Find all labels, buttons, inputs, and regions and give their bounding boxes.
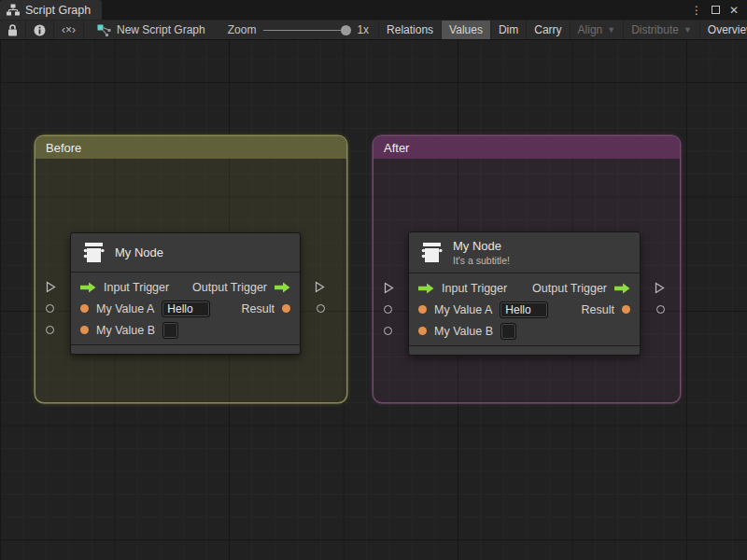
new-script-graph-button[interactable]: New Script Graph [84,21,218,39]
inspect-button[interactable] [26,21,54,39]
value-b-input[interactable] [500,323,516,340]
close-button[interactable]: ✕ [726,3,741,18]
input-trigger-port[interactable]: Input Trigger [418,282,507,295]
edit-code-button[interactable]: ‹×› [54,21,84,39]
distribute-label: Distribute [631,23,679,36]
zoom-value: 1x [357,23,369,36]
align-label: Align [578,23,603,36]
trigger-arrow-icon [418,283,434,294]
zoom-label: Zoom [228,23,257,36]
value-b-port-row: My Value B [71,320,300,340]
value-b-label: My Value B [96,324,155,337]
unit-node-icon [82,242,106,263]
output-trigger-outer-port[interactable] [315,281,325,293]
value-a-label: My Value A [434,303,492,316]
relations-toggle[interactable]: Relations [378,21,442,39]
maximize-button[interactable] [708,3,723,18]
node-title: My Node [453,239,510,253]
value-port-icon [80,326,89,334]
toolbar-toggles: Relations Values Dim Carry Align ▼ Distr… [378,21,747,39]
result-port[interactable]: Result [582,303,630,316]
value-a-port-row: My Value A Result [71,299,300,318]
value-port-icon [282,304,290,313]
align-dropdown: Align ▼ [571,21,625,39]
output-trigger-port[interactable]: Output Trigger [532,282,630,295]
value-b-port[interactable]: My Value B [418,323,516,340]
node-ports: Input Trigger Output Trigger My Value A [71,273,300,344]
zoom-slider[interactable] [263,30,349,31]
input-trigger-port[interactable]: Input Trigger [80,281,169,294]
input-trigger-outer-port[interactable] [46,281,56,293]
value-b-input[interactable] [162,322,178,339]
zoom-control: Zoom 1x [218,21,378,39]
distribute-dropdown: Distribute ▼ [624,21,700,39]
group-before-label: Before [46,141,81,155]
dim-toggle[interactable]: Dim [491,21,527,39]
group-after-header[interactable]: After [374,136,680,159]
unit-node-icon [420,242,444,263]
result-outer-port[interactable] [317,304,325,313]
new-script-graph-label: New Script Graph [117,23,205,36]
overview-button[interactable]: Overview [700,21,747,39]
maximize-icon [712,6,720,14]
value-port-icon [418,305,427,314]
input-trigger-outer-port[interactable] [384,282,394,294]
window-menu-button[interactable]: ⋮ [689,3,704,18]
script-graph-asset-icon [97,24,111,36]
value-a-input[interactable] [500,301,548,318]
node-footer [409,345,640,355]
info-icon [34,24,46,36]
output-trigger-label: Output Trigger [192,281,267,294]
chevron-down-icon: ▼ [684,25,692,35]
graph-toolbar: ‹×› New Script Graph Zoom 1x Relations V… [0,20,747,40]
trigger-arrow-icon [275,282,290,293]
chevron-down-icon: ▼ [607,25,615,35]
node-footer [71,344,300,354]
trigger-port-row: Input Trigger Output Trigger [409,278,640,298]
graph-hierarchy-icon [7,4,20,16]
node-subtitle: It's a subtitle! [453,255,510,266]
output-trigger-outer-port[interactable] [655,282,665,294]
node-my-node-before[interactable]: My Node Input Trigger Output Trigger [70,232,301,355]
tab-label: Script Graph [25,4,91,17]
tab-script-graph[interactable]: Script Graph [0,0,102,20]
node-title: My Node [115,245,163,259]
trigger-arrow-icon [614,283,630,294]
value-a-outer-port[interactable] [384,305,392,314]
value-a-input[interactable] [162,301,210,317]
value-b-label: My Value B [434,325,493,338]
input-trigger-label: Input Trigger [442,282,507,295]
zoom-slider-handle[interactable] [341,25,351,35]
window-controls: ⋮ ✕ [689,0,747,20]
value-port-icon [418,327,427,335]
lock-button[interactable] [0,21,26,39]
value-a-port[interactable]: My Value A [418,301,548,318]
value-a-port[interactable]: My Value A [80,301,210,317]
value-b-port[interactable]: My Value B [80,322,178,339]
value-b-outer-port[interactable] [46,326,54,334]
trigger-arrow-icon [80,282,96,293]
value-b-outer-port[interactable] [384,327,392,335]
group-before-header[interactable]: Before [35,136,346,159]
group-after-label: After [384,141,409,155]
result-outer-port[interactable] [656,305,665,314]
node-header[interactable]: My Node [71,233,300,273]
value-a-label: My Value A [96,302,154,315]
title-bar: Script Graph ⋮ ✕ [0,0,747,20]
carry-toggle[interactable]: Carry [527,21,570,39]
script-graph-window: Script Graph ⋮ ✕ ‹×› [0,0,747,560]
value-b-port-row: My Value B [409,321,640,341]
node-my-node-after[interactable]: My Node It's a subtitle! Input Trigger O… [408,231,641,356]
result-port[interactable]: Result [242,302,290,315]
lock-icon [7,24,18,36]
value-port-icon [80,304,89,313]
values-toggle[interactable]: Values [442,21,491,39]
node-ports: Input Trigger Output Trigger My Value A [409,273,640,345]
graph-canvas[interactable]: Before After My Node [0,40,747,560]
value-port-icon [622,305,630,314]
node-header[interactable]: My Node It's a subtitle! [409,232,640,273]
value-a-outer-port[interactable] [46,304,54,313]
output-trigger-port[interactable]: Output Trigger [192,281,290,294]
output-trigger-label: Output Trigger [532,282,607,295]
value-a-port-row: My Value A Result [409,300,640,319]
